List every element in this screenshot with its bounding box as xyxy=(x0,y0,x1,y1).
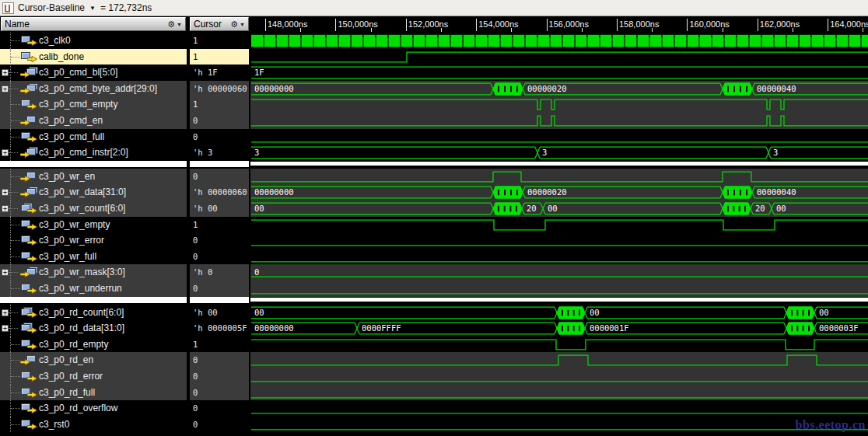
cursor-baseline-bar: Cursor-Baseline ▼ = 172,732ns xyxy=(0,0,868,16)
wave-row[interactable] xyxy=(250,217,868,233)
cursor-value-cell[interactable]: 'h 00000060 xyxy=(190,81,249,97)
cursor-value: 1 xyxy=(193,36,198,45)
signal-name-row[interactable]: +c3_p0_cmd_byte_addr[29:0] xyxy=(0,81,187,97)
wave-row[interactable]: 000000000000002000000040 xyxy=(250,81,868,97)
wave-row[interactable] xyxy=(250,417,868,433)
expand-icon[interactable]: + xyxy=(2,189,9,196)
wave-row[interactable] xyxy=(250,96,868,113)
expand-icon[interactable]: + xyxy=(2,309,9,316)
cursor-value-cell[interactable]: 'h 00 xyxy=(190,201,249,217)
cursor-value-cell[interactable]: 1 xyxy=(190,49,249,65)
wave-row[interactable] xyxy=(250,281,868,297)
cursor-value-cell[interactable]: 1 xyxy=(190,217,249,233)
cursor-value-cell[interactable]: 0 xyxy=(190,417,249,433)
signal-name-row[interactable]: c3_p0_rd_empty xyxy=(0,337,187,353)
cursor-value-cell[interactable]: 0 xyxy=(190,169,249,185)
output-port-icon xyxy=(20,99,37,110)
signal-name-row[interactable]: c3_p0_wr_en xyxy=(0,169,187,185)
wave-row[interactable] xyxy=(250,368,868,385)
wave-row[interactable] xyxy=(250,249,868,265)
cursor-value-cell[interactable]: 'h 1F xyxy=(190,65,249,81)
signal-name-row[interactable]: +c3_p0_wr_mask[3:0] xyxy=(0,264,187,281)
cursor-value-cell[interactable]: 0 xyxy=(190,368,249,385)
cursor-value-cell[interactable]: 0 xyxy=(190,113,249,129)
cursor-value-cell[interactable]: 0 xyxy=(190,352,249,368)
wave-row[interactable] xyxy=(250,129,868,145)
signal-name-row[interactable]: +c3_p0_rd_count[6:0] xyxy=(0,305,187,321)
wave-row[interactable] xyxy=(250,352,868,368)
wave-row[interactable]: 0020002000 xyxy=(250,201,868,217)
signal-name-row[interactable]: c3_p0_cmd_empty xyxy=(0,96,187,113)
wave-row[interactable] xyxy=(250,385,868,401)
cursor-value-cell[interactable]: 'h 00 xyxy=(190,305,249,321)
wave-row[interactable] xyxy=(250,232,868,249)
wave-row[interactable] xyxy=(250,33,868,49)
signal-name: c3_p0_wr_empty xyxy=(39,217,110,233)
cursor-value-cell[interactable]: 0 xyxy=(190,400,249,417)
signal-name-row[interactable]: c3_p0_wr_full xyxy=(0,249,187,265)
cursor-value-cell[interactable]: 1 xyxy=(190,96,249,113)
wave-row[interactable] xyxy=(250,400,868,417)
svg-text:00: 00 xyxy=(590,308,600,317)
signal-name-row[interactable]: c3_p0_cmd_en xyxy=(0,113,187,129)
tree-branch-line xyxy=(11,256,20,257)
cursor-value-cell[interactable]: 0 xyxy=(190,129,249,145)
cursor-value-cell[interactable]: 1 xyxy=(190,337,249,353)
cursor-value-cell[interactable]: 0 xyxy=(190,249,249,265)
cursor-value-cell[interactable]: 'h 0000005F xyxy=(190,320,249,337)
signal-name-panel[interactable]: c3_clk0calib_done+c3_p0_cmd_bl[5:0]+c3_p… xyxy=(0,32,187,436)
expand-icon[interactable]: + xyxy=(2,85,9,92)
signal-name-row[interactable]: c3_rst0 xyxy=(0,417,187,433)
wave-row[interactable]: 000000000000FFFF0000001F0000003F xyxy=(250,320,868,337)
wave-row[interactable] xyxy=(250,337,868,353)
cursor-value-panel[interactable]: 11'h 1F'h 00000060100'h 30'h 00000060'h … xyxy=(190,32,249,436)
output-port-icon xyxy=(20,235,37,246)
expand-icon[interactable]: + xyxy=(2,269,9,276)
wave-row[interactable]: 1F xyxy=(250,65,868,81)
signal-name-row[interactable]: +c3_p0_wr_count[6:0] xyxy=(0,201,187,217)
wave-row[interactable] xyxy=(250,113,868,129)
signal-name-row[interactable]: c3_p0_cmd_full xyxy=(0,129,187,145)
name-column-header[interactable]: Name ⚙ ▼ xyxy=(1,17,186,31)
cursor-value-cell[interactable]: 'h 00000060 xyxy=(190,184,249,201)
signal-name-row[interactable]: c3_p0_wr_error xyxy=(0,232,187,249)
wave-row[interactable] xyxy=(250,49,868,65)
signal-name-row[interactable]: c3_p0_rd_error xyxy=(0,368,187,385)
cursor-value-cell[interactable]: 0 xyxy=(190,232,249,249)
chevron-down-icon[interactable]: ▼ xyxy=(240,22,245,27)
signal-name-row[interactable]: c3_p0_rd_overflow xyxy=(0,400,187,417)
signal-name-row[interactable]: c3_p0_rd_full xyxy=(0,385,187,401)
cursor-value-cell[interactable]: 1 xyxy=(190,33,249,49)
signal-name-row[interactable]: +c3_p0_rd_data[31:0] xyxy=(0,320,187,337)
expand-icon[interactable]: + xyxy=(2,149,9,156)
cursor-value-cell[interactable]: 0 xyxy=(190,281,249,297)
signal-name-row[interactable]: c3_p0_rd_en xyxy=(0,352,187,368)
chevron-down-icon[interactable]: ▼ xyxy=(177,22,182,27)
gear-icon[interactable]: ⚙ xyxy=(230,20,238,29)
output-port-icon xyxy=(20,283,37,294)
gear-icon[interactable]: ⚙ xyxy=(167,20,175,29)
wave-row[interactable] xyxy=(250,169,868,185)
signal-name-row[interactable]: +c3_p0_cmd_bl[5:0] xyxy=(0,65,187,81)
signal-name-row[interactable]: +c3_p0_cmd_instr[2:0] xyxy=(0,145,187,161)
signal-name-row[interactable]: c3_p0_wr_empty xyxy=(0,217,187,233)
cursor-value-cell[interactable]: 'h 0 xyxy=(190,264,249,281)
cursor-value-cell[interactable]: 0 xyxy=(190,385,249,401)
wave-row[interactable]: 0 xyxy=(250,264,868,281)
wave-row[interactable]: 333 xyxy=(250,145,868,161)
expand-icon[interactable]: + xyxy=(2,69,9,76)
signal-name-row[interactable]: calib_done xyxy=(0,49,187,65)
signal-name-row[interactable]: +c3_p0_wr_data[31:0] xyxy=(0,184,187,201)
wave-row[interactable]: 000000000000002000000040 xyxy=(250,184,868,201)
cursor-baseline-icon[interactable] xyxy=(2,2,14,14)
waveform-panel[interactable]: 1F00000000000000200000004033300000000000… xyxy=(250,32,868,436)
timeline-ruler[interactable]: 148,000ns150,000ns152,000ns154,000ns156,… xyxy=(250,17,868,32)
dropdown-arrow-icon[interactable]: ▼ xyxy=(89,5,96,12)
cursor-column-header[interactable]: Cursor ⚙ ▼ xyxy=(190,17,249,31)
expand-icon[interactable]: + xyxy=(2,325,9,332)
wave-row[interactable]: 000000 xyxy=(250,305,868,321)
expand-icon[interactable]: + xyxy=(2,205,9,212)
signal-name-row[interactable]: c3_clk0 xyxy=(0,33,187,49)
signal-name-row[interactable]: c3_p0_wr_underrun xyxy=(0,281,187,297)
cursor-value-cell[interactable]: 'h 3 xyxy=(190,145,249,161)
